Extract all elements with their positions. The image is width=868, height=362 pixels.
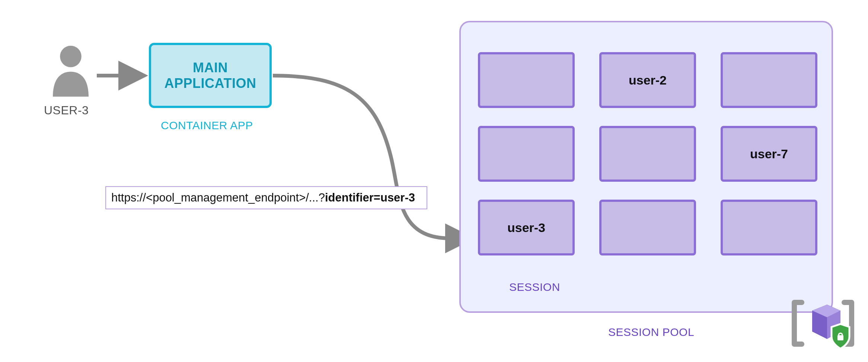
session-grid: user-2 user-7 user-3 <box>478 52 817 255</box>
svg-rect-1 <box>837 335 843 340</box>
session-cell-2 <box>721 52 817 108</box>
url-identifier: identifier=user-3 <box>325 191 415 204</box>
session-cell-8 <box>721 200 817 255</box>
arrow-app-to-session <box>273 76 467 238</box>
session-cell-6: user-3 <box>478 200 575 255</box>
session-cell-1: user-2 <box>599 52 696 108</box>
user-label: USER-3 <box>44 104 89 117</box>
main-app-line1: MAIN <box>193 60 228 75</box>
main-app-line2: APPLICATION <box>165 76 256 91</box>
main-application-box: MAIN APPLICATION <box>149 43 272 108</box>
session-pool-container: user-2 user-7 user-3 <box>459 21 833 313</box>
session-cell-4 <box>599 126 696 182</box>
container-app-caption: CONTAINER APP <box>161 119 253 132</box>
session-pool-caption: SESSION POOL <box>608 326 694 339</box>
url-prefix: https://<pool_management_endpoint>/...? <box>111 191 325 204</box>
container-apps-icon <box>791 297 855 349</box>
session-cell-3 <box>478 126 575 182</box>
session-cell-7 <box>599 200 696 255</box>
svg-point-0 <box>60 46 82 67</box>
endpoint-url-box: https://<pool_management_endpoint>/...?i… <box>105 186 427 209</box>
main-application-title: MAIN APPLICATION <box>165 60 256 91</box>
session-caption: SESSION <box>509 281 560 293</box>
user-icon <box>48 43 93 99</box>
session-cell-5: user-7 <box>721 126 817 182</box>
session-cell-0 <box>478 52 575 108</box>
